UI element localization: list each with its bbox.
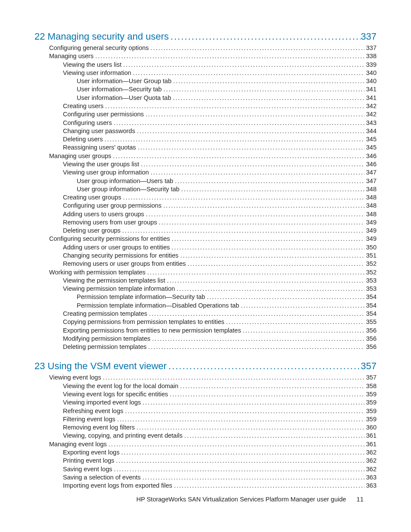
toc-entry[interactable]: Permission template information—Disabled… [34,302,377,310]
toc-entry[interactable]: Configuring user permissions ...........… [34,110,377,118]
toc-entry[interactable]: Removing event log filters .............… [34,423,377,432]
toc-entry[interactable]: Saving event logs ......................… [34,465,377,473]
toc-leader: ........................................… [172,482,364,490]
toc-entry[interactable]: Copying permissions from permission temp… [34,318,377,326]
toc-entry[interactable]: Viewing imported event logs ............… [34,398,377,407]
toc-entry-text: Viewing event logs [49,373,101,382]
toc-entry-page: 360 [364,423,377,432]
toc-leader: ........................................… [136,143,364,152]
toc-leader: ........................................… [119,448,364,457]
toc-entry[interactable]: Adding users or user groups to entities … [34,243,377,252]
toc-entry[interactable]: Reassigning users' quotas ..............… [34,143,377,152]
toc-entry[interactable]: Viewing, copying, and printing event det… [34,432,377,440]
toc-entry-text: Copying permissions from permission temp… [63,318,224,326]
toc-entry[interactable]: Permission template information—Security… [34,293,377,301]
toc-entry[interactable]: Managing user groups ...................… [34,152,377,160]
toc-entry-page: 345 [364,135,377,143]
toc-entry[interactable]: Configuring security permissions for ent… [34,235,377,243]
toc-entry[interactable]: Viewing the event log for the local doma… [34,382,377,390]
toc-entry[interactable]: Working with permission templates ......… [34,268,377,277]
toc-entry[interactable]: Importing event logs from exported files… [34,482,377,490]
toc-entry-text: Working with permission templates [49,268,146,277]
toc-entry-page: 355 [364,318,377,326]
toc-entry-page: 363 [364,473,377,482]
toc-entry[interactable]: Managing users .........................… [34,52,377,60]
toc-entry[interactable]: Filtering event logs ...................… [34,415,377,423]
toc-section-heading[interactable]: 23 Using the VSM event viewer ..........… [34,361,377,372]
toc-section-heading[interactable]: 22 Managing security and users .........… [34,31,377,42]
toc-leader: ........................................… [112,119,364,127]
toc-entry[interactable]: Creating users .........................… [34,102,377,110]
toc-entry[interactable]: User information—Security tab ..........… [34,85,377,93]
toc-entry[interactable]: Viewing event logs .....................… [34,373,377,382]
toc-entry-page: 346 [364,152,377,160]
toc-entry[interactable]: Viewing event logs for specific entities… [34,390,377,398]
toc-leader: ........................................… [171,94,364,102]
toc-entry[interactable]: User group information—Security tab ....… [34,185,377,193]
toc-entry-page: 354 [364,302,377,310]
toc-entry-page: 340 [364,77,377,85]
toc-entry[interactable]: Viewing user information ...............… [34,69,377,77]
toc-entry[interactable]: Configuring user group permissions .....… [34,202,377,210]
toc-section-page: 357 [361,361,377,372]
toc-entry[interactable]: Deleting users .........................… [34,135,377,143]
toc-entry-text: Deleting permission templates [63,343,146,351]
toc-leader: ........................................… [149,168,364,177]
toc-leader: ........................................… [146,268,364,277]
toc-leader: ........................................… [144,210,364,218]
toc-entry[interactable]: Managing event logs ....................… [34,440,377,448]
toc-leader: ........................................… [149,44,364,52]
toc-entry[interactable]: Changing security permissions for entiti… [34,252,377,260]
toc-entry[interactable]: Deleting permission templates ..........… [34,343,377,351]
toc-entry-text: Exporting event logs [63,448,119,457]
toc-entry[interactable]: Printing event logs ....................… [34,457,377,465]
toc-leader: ........................................… [205,293,364,301]
toc-entry-page: 357 [364,373,377,382]
toc-entry[interactable]: Removing users or user groups from entit… [34,260,377,268]
toc-leader: ........................................… [131,69,364,77]
toc-entry-text: Viewing the user groups list [63,160,139,168]
toc-entry-text: Configuring users [63,119,112,127]
toc-entry-page: 361 [364,432,377,440]
toc-entry-page: 346 [364,160,377,168]
toc-entry[interactable]: User group information—Users tab .......… [34,177,377,185]
toc-entry[interactable]: Changing user passwords ................… [34,127,377,135]
toc-section-page: 337 [361,31,377,42]
toc-entry[interactable]: Configuring users ......................… [34,119,377,127]
toc-leader: ........................................… [224,318,364,326]
toc-entry[interactable]: Creating user groups ...................… [34,193,377,202]
toc-entry[interactable]: Deleting user groups ...................… [34,227,377,235]
toc-entry-text: User group information—Users tab [77,177,173,185]
toc-entry[interactable]: Saving a selection of events ...........… [34,473,377,482]
toc-entry-text: Managing event logs [49,440,107,448]
toc-entry[interactable]: Removing users from user groups ........… [34,218,377,227]
toc-entry[interactable]: Exporting permissions from entities to n… [34,327,377,335]
toc-entry[interactable]: Viewing the users list .................… [34,61,377,69]
toc-entry-page: 349 [364,218,377,227]
toc-entry[interactable]: Viewing user group information .........… [34,168,377,177]
toc-entry-page: 348 [364,202,377,210]
toc-entry[interactable]: Viewing permission template information … [34,285,377,293]
toc-entry[interactable]: Viewing the user groups list ...........… [34,160,377,168]
toc-leader: ........................................… [168,390,364,398]
toc-entry[interactable]: User information—User Group tab ........… [34,77,377,85]
toc-leader: ........................................… [162,202,364,210]
toc-leader: ........................................… [173,177,364,185]
toc-entry[interactable]: Viewing the permission templates list ..… [34,277,377,285]
toc-entry-text: Viewing event logs for specific entities [63,390,168,398]
toc-entry[interactable]: Adding users to users groups ...........… [34,210,377,218]
toc-entry[interactable]: Refreshing event logs ..................… [34,407,377,415]
toc-entry[interactable]: User information—User Quota tab ........… [34,94,377,102]
toc-leader: ........................................… [169,31,361,42]
toc-entry-page: 352 [364,268,377,277]
toc-entry-page: 340 [364,69,377,77]
toc-entry[interactable]: Exporting event logs ...................… [34,448,377,457]
toc-entry[interactable]: Creating permission templates ..........… [34,310,377,318]
toc-entry[interactable]: Configuring general security options ...… [34,44,377,52]
toc-leader: ........................................… [157,218,364,227]
toc-leader: ........................................… [144,110,364,118]
toc-leader: ........................................… [111,152,364,160]
toc-entry-page: 361 [364,440,377,448]
toc-entry[interactable]: Modifying permission templates .........… [34,335,377,343]
toc-leader: ........................................… [93,52,364,60]
